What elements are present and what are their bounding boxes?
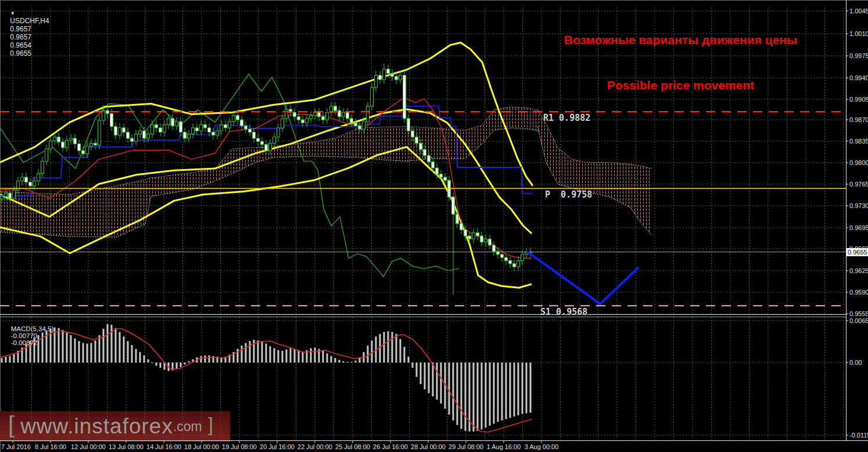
- macd-histogram-bar: [416, 363, 418, 377]
- macd-histogram-bar: [314, 347, 316, 363]
- candle-body: [277, 128, 280, 137]
- macd-histogram-bar: [188, 361, 190, 363]
- candle-body: [17, 181, 20, 190]
- candle-body: [123, 128, 125, 132]
- quote-open: 0.9657: [10, 25, 31, 33]
- candle-body: [37, 174, 40, 181]
- candle-body: [171, 119, 174, 126]
- macd-histogram-bar: [87, 344, 88, 363]
- candle-body: [432, 162, 435, 168]
- candle-body: [424, 149, 426, 156]
- macd-histogram-bar: [180, 363, 182, 367]
- macd-histogram-bar: [396, 334, 397, 363]
- candle-body: [326, 112, 329, 120]
- time-axis-label: 7 Jul 2016: [1, 443, 31, 450]
- candle-body: [159, 128, 162, 132]
- candle-body: [375, 76, 378, 88]
- candle-body: [151, 125, 154, 134]
- time-axis-label: 1 Aug 16:00: [487, 443, 521, 450]
- price-axis-label: 0.9800: [849, 159, 868, 166]
- quote-high: 0.9657: [10, 33, 31, 41]
- candle-body: [269, 144, 272, 151]
- candle-body: [236, 116, 239, 120]
- candle-body: [232, 116, 235, 122]
- macd-axis-label: 0.00: [849, 359, 862, 366]
- candle-body: [49, 141, 52, 149]
- macd-histogram-bar: [237, 349, 239, 363]
- annotation-line-ru: Возможные варианты движения цены: [564, 33, 797, 48]
- price-forecast-path: [528, 252, 638, 304]
- macd-panel: [0, 324, 532, 432]
- candle-body: [66, 140, 69, 148]
- candle-body: [114, 127, 117, 135]
- macd-histogram-bar: [436, 363, 438, 400]
- prediction-line: [528, 252, 638, 304]
- candle-body: [346, 112, 349, 119]
- candle-body: [302, 120, 304, 123]
- price-axis-label: 0.9590: [849, 289, 868, 296]
- candle-body: [143, 131, 146, 138]
- macd-axis-label: 0.00651: [849, 317, 868, 324]
- candle-body: [90, 144, 93, 146]
- candle-body: [9, 193, 12, 199]
- macd-histogram-bar: [176, 363, 178, 369]
- macd-histogram-bar: [530, 363, 532, 412]
- candle-body: [228, 121, 231, 128]
- macd-histogram-bar: [148, 359, 149, 363]
- bollinger-upper-band: [0, 42, 533, 186]
- candle-body: [249, 129, 252, 132]
- candle-body: [399, 76, 402, 80]
- macd-histogram-bar: [457, 363, 458, 425]
- macd-histogram-bar: [139, 352, 141, 363]
- macd-histogram-bar: [266, 344, 267, 363]
- macd-histogram-bar: [392, 332, 393, 363]
- symbol-name: USDCHF,H4: [10, 17, 49, 25]
- candle-body: [318, 112, 321, 116]
- macd-histogram-bar: [424, 363, 426, 389]
- macd-histogram-bar: [95, 340, 96, 363]
- candle-body: [78, 144, 81, 151]
- candle-body: [293, 112, 296, 116]
- macd-histogram-bar: [83, 343, 84, 363]
- candle-body: [245, 126, 248, 129]
- candle-body: [184, 132, 186, 138]
- macd-histogram-bar: [412, 363, 414, 368]
- symbol-dropdown-icon[interactable]: ▼: [10, 10, 15, 16]
- macd-indicator-label: MACD(5,34,5) -0.00770 -0.00872: [3, 318, 53, 353]
- macd-histogram-bar: [428, 363, 430, 393]
- candle-body: [70, 138, 73, 140]
- macd-histogram-bar: [290, 348, 292, 363]
- candle-body: [94, 144, 97, 145]
- macd-histogram-bar: [241, 346, 243, 363]
- macd-histogram-bar: [103, 329, 105, 363]
- macd-histogram-bar: [298, 350, 300, 363]
- time-axis-label: 20 Jul 16:00: [260, 443, 295, 450]
- price-axis-label: 0.9695: [849, 224, 868, 231]
- candle-body: [509, 261, 512, 264]
- candle-body: [41, 161, 44, 173]
- price-axis-label: 0.9940: [849, 74, 868, 81]
- candle-body: [119, 128, 121, 135]
- macd-histogram-bar: [62, 330, 64, 363]
- quote-close: 0.9655: [10, 49, 31, 58]
- macd-histogram-bar: [383, 332, 385, 363]
- candle-body: [131, 138, 134, 141]
- candle-body: [204, 125, 207, 128]
- macd-histogram-bar: [135, 349, 137, 363]
- candle-body: [21, 177, 24, 181]
- candle-body: [127, 132, 130, 138]
- macd-histogram-bar: [294, 349, 296, 363]
- macd-histogram-bar: [249, 341, 251, 363]
- candle-body: [505, 257, 508, 260]
- macd-histogram-bar: [156, 363, 157, 366]
- macd-histogram-bar: [408, 357, 410, 363]
- time-axis-label: 28 Jul 00:00: [411, 443, 446, 450]
- macd-histogram-bar: [282, 351, 284, 363]
- time-axis-label: 26 Jul 16:00: [373, 443, 408, 450]
- candle-body: [216, 131, 219, 135]
- macd-histogram-bar: [286, 350, 288, 363]
- symbol-title[interactable]: ▼ USDCHF,H4 0.9657 0.9657 0.9654 0.9655: [2, 1, 51, 66]
- candle-body: [460, 224, 463, 230]
- macd-histogram-bar: [200, 356, 202, 363]
- macd-histogram-bar: [371, 340, 373, 363]
